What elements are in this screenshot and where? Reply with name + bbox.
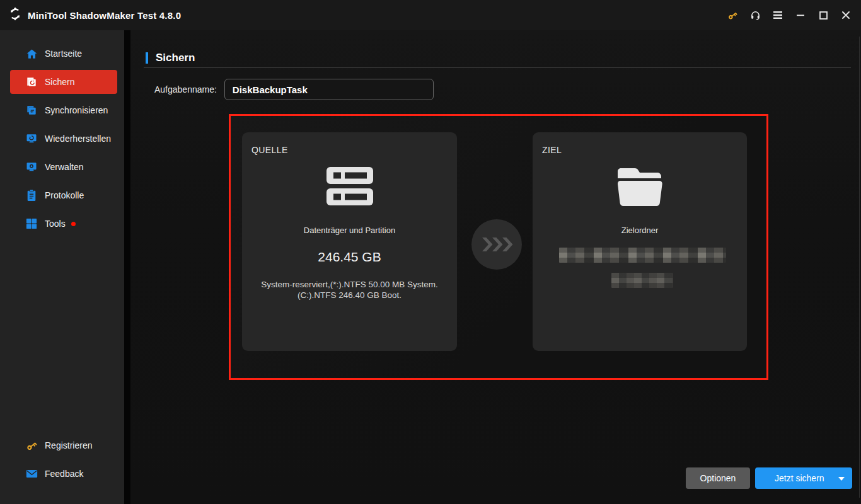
source-partition-line: (C:).NTFS 246.40 GB Boot. bbox=[242, 290, 457, 301]
sync-icon bbox=[25, 104, 38, 117]
sidebar-item-label: Sichern bbox=[45, 77, 74, 87]
page-header: Sichern bbox=[146, 52, 195, 64]
destination-card[interactable]: ZIEL Zielordner bbox=[533, 132, 747, 351]
task-name-label: Aufgabenname: bbox=[154, 84, 217, 94]
source-to-dest-arrow bbox=[471, 219, 522, 270]
header-divider bbox=[144, 67, 851, 68]
minitool-logo-icon bbox=[8, 7, 22, 23]
options-button[interactable]: Optionen bbox=[686, 467, 750, 489]
sidebar-item-label: Feedback bbox=[45, 469, 83, 479]
main-content: Sichern Aufgabenname: QUELLE bbox=[130, 30, 861, 504]
backup-icon bbox=[25, 76, 38, 88]
scrollbar-track[interactable] bbox=[859, 37, 860, 498]
source-card[interactable]: QUELLE Datenträger und Partition 246.45 … bbox=[242, 132, 457, 351]
backup-selection-highlight: QUELLE Datenträger und Partition 246.45 … bbox=[229, 114, 768, 380]
app-window: MiniTool ShadowMaker Test 4.8.0 bbox=[0, 0, 861, 504]
sidebar-nav: Startseite Sichern bbox=[0, 30, 124, 236]
sidebar-divider bbox=[124, 30, 130, 504]
backup-now-label: Jetzt sichern bbox=[775, 473, 824, 483]
close-icon[interactable] bbox=[835, 0, 857, 30]
register-key-icon[interactable] bbox=[721, 0, 744, 30]
backup-now-button[interactable]: Jetzt sichern bbox=[755, 467, 852, 489]
source-type-label: Datenträger und Partition bbox=[242, 226, 457, 235]
sidebar-item-tools[interactable]: Tools bbox=[10, 212, 117, 236]
key-icon bbox=[25, 439, 38, 452]
dropdown-caret-icon[interactable] bbox=[838, 477, 845, 481]
sidebar-item-registrieren[interactable]: Registrieren bbox=[10, 433, 117, 457]
task-name-row: Aufgabenname: bbox=[154, 79, 434, 100]
sidebar-item-label: Tools bbox=[45, 219, 66, 229]
task-name-input[interactable] bbox=[224, 79, 434, 100]
source-partitions: System-reserviert,(*:).NTFS 50.00 MB Sys… bbox=[242, 279, 457, 301]
mail-icon bbox=[25, 467, 38, 480]
page-title: Sichern bbox=[156, 52, 195, 64]
sidebar-item-label: Registrieren bbox=[45, 440, 92, 450]
sidebar-footer: Registrieren Feedback bbox=[0, 433, 124, 490]
destination-path-redacted bbox=[559, 248, 726, 263]
destination-path-redacted bbox=[611, 273, 673, 288]
tools-notification-dot bbox=[71, 222, 76, 226]
sidebar-item-sichern[interactable]: Sichern bbox=[10, 70, 117, 94]
sidebar-item-verwalten[interactable]: Verwalten bbox=[10, 155, 117, 179]
source-size: 246.45 GB bbox=[242, 249, 457, 265]
manage-icon bbox=[25, 161, 38, 173]
disk-icon bbox=[242, 167, 457, 206]
header-accent-bar bbox=[146, 52, 148, 64]
sidebar-item-startseite[interactable]: Startseite bbox=[10, 42, 117, 66]
sidebar-item-wiederherstellen[interactable]: Wiederherstellen bbox=[10, 127, 117, 151]
sidebar-item-synchronisieren[interactable]: Synchronisieren bbox=[10, 98, 117, 122]
source-partition-line: System-reserviert,(*:).NTFS 50.00 MB Sys… bbox=[242, 279, 457, 290]
sidebar-item-label: Synchronisieren bbox=[45, 105, 108, 115]
sidebar-item-label: Wiederherstellen bbox=[45, 134, 111, 144]
destination-type-label: Zielordner bbox=[533, 226, 747, 235]
sidebar-item-feedback[interactable]: Feedback bbox=[10, 462, 117, 486]
logs-icon bbox=[25, 189, 38, 202]
minimize-icon[interactable] bbox=[789, 0, 812, 30]
titlebar-brand: MiniTool ShadowMaker Test 4.8.0 bbox=[0, 7, 181, 23]
window-title: MiniTool ShadowMaker Test 4.8.0 bbox=[28, 10, 181, 21]
maximize-icon[interactable] bbox=[812, 0, 835, 30]
tools-icon bbox=[25, 217, 38, 230]
sidebar-item-label: Startseite bbox=[45, 49, 82, 59]
titlebar-controls bbox=[721, 0, 861, 30]
footer-actions: Optionen Jetzt sichern bbox=[686, 467, 852, 489]
home-icon bbox=[25, 47, 38, 60]
support-headset-icon[interactable] bbox=[744, 0, 766, 30]
chevrons-icon bbox=[480, 236, 513, 253]
restore-icon bbox=[25, 132, 38, 145]
sidebar-item-label: Verwalten bbox=[45, 162, 83, 172]
menu-icon[interactable] bbox=[766, 0, 789, 30]
destination-card-title: ZIEL bbox=[542, 145, 562, 155]
folder-icon bbox=[533, 167, 747, 207]
sidebar-item-label: Protokolle bbox=[45, 190, 84, 200]
source-card-title: QUELLE bbox=[251, 145, 288, 155]
titlebar: MiniTool ShadowMaker Test 4.8.0 bbox=[0, 0, 861, 30]
sidebar-item-protokolle[interactable]: Protokolle bbox=[10, 183, 117, 207]
sidebar: Startseite Sichern bbox=[0, 30, 124, 504]
